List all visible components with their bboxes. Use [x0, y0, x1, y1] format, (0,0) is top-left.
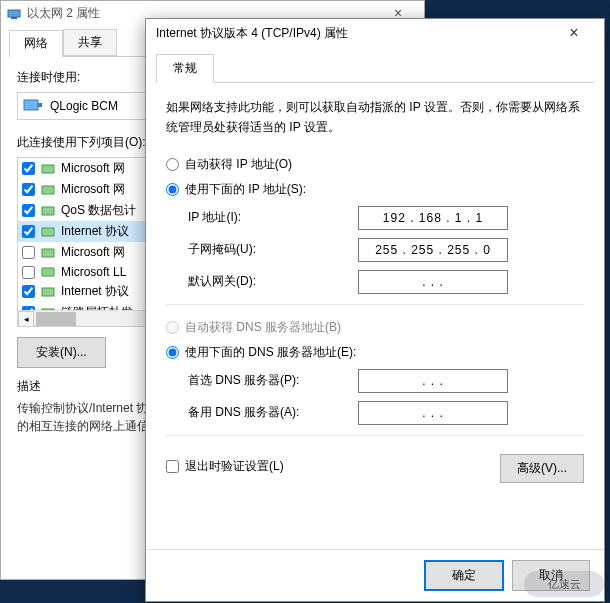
radio-auto-ip-label: 自动获得 IP 地址(O)	[185, 156, 292, 173]
scroll-thumb[interactable]	[36, 312, 76, 326]
protocol-icon	[41, 225, 55, 239]
radio-static-dns-label: 使用下面的 DNS 服务器地址(E):	[185, 344, 356, 361]
protocol-label: Microsoft 网	[61, 244, 125, 261]
tab-network[interactable]: 网络	[9, 30, 63, 57]
back-title-text: 以太网 2 属性	[27, 5, 100, 22]
protocol-label: Internet 协议	[61, 223, 129, 240]
subnet-mask-label: 子网掩码(U):	[188, 241, 358, 258]
install-button[interactable]: 安装(N)...	[17, 337, 106, 368]
ethernet-icon	[7, 6, 21, 20]
validate-on-exit[interactable]: 退出时验证设置(L)	[166, 458, 284, 475]
ipv4-properties-window: Internet 协议版本 4 (TCP/IPv4) 属性 × 常规 如果网络支…	[145, 18, 605, 602]
front-title-text: Internet 协议版本 4 (TCP/IPv4) 属性	[156, 25, 348, 42]
protocol-checkbox[interactable]	[22, 246, 35, 259]
protocol-checkbox[interactable]	[22, 285, 35, 298]
dns2-label: 备用 DNS 服务器(A):	[188, 404, 358, 421]
watermark: 亿速云	[524, 571, 604, 597]
dns1-input[interactable]: . . .	[358, 369, 508, 393]
ok-button[interactable]: 确定	[424, 560, 504, 591]
svg-rect-6	[42, 207, 54, 215]
svg-rect-5	[42, 186, 54, 194]
ip-address-label: IP 地址(I):	[188, 209, 358, 226]
tab-general[interactable]: 常规	[156, 54, 214, 83]
adapter-name: QLogic BCM	[50, 99, 118, 113]
svg-rect-10	[42, 288, 54, 296]
protocol-label: Internet 协议	[61, 283, 129, 300]
intro-text: 如果网络支持此功能，则可以获取自动指派的 IP 设置。否则，你需要从网络系统管理…	[166, 97, 584, 138]
radio-static-ip-label: 使用下面的 IP 地址(S):	[185, 181, 306, 198]
svg-rect-9	[42, 268, 54, 276]
protocol-checkbox[interactable]	[22, 162, 35, 175]
tab-sharing[interactable]: 共享	[63, 29, 117, 56]
nic-icon	[22, 97, 44, 115]
protocol-label: Microsoft 网	[61, 160, 125, 177]
svg-rect-0	[8, 10, 20, 17]
svg-rect-4	[42, 165, 54, 173]
advanced-button[interactable]: 高级(V)...	[500, 454, 584, 483]
validate-on-exit-label: 退出时验证设置(L)	[185, 458, 284, 475]
radio-static-dns-input[interactable]	[166, 346, 179, 359]
validate-on-exit-checkbox[interactable]	[166, 460, 179, 473]
radio-auto-dns: 自动获得 DNS 服务器地址(B)	[166, 319, 584, 336]
dns2-input[interactable]: . . .	[358, 401, 508, 425]
protocol-icon	[41, 265, 55, 279]
protocol-checkbox[interactable]	[22, 266, 35, 279]
protocol-icon	[41, 246, 55, 260]
protocol-label: QoS 数据包计	[61, 202, 136, 219]
protocol-checkbox[interactable]	[22, 183, 35, 196]
front-close-button[interactable]: ×	[554, 24, 594, 42]
svg-rect-1	[11, 17, 17, 19]
gateway-label: 默认网关(D):	[188, 273, 358, 290]
protocol-icon	[41, 183, 55, 197]
protocol-icon	[41, 285, 55, 299]
radio-static-dns[interactable]: 使用下面的 DNS 服务器地址(E):	[166, 344, 584, 361]
svg-rect-3	[38, 103, 42, 107]
protocol-label: Microsoft 网	[61, 181, 125, 198]
protocol-checkbox[interactable]	[22, 204, 35, 217]
ip-address-input[interactable]: 192 . 168 . 1 . 1	[358, 206, 508, 230]
svg-rect-2	[24, 100, 38, 110]
front-titlebar: Internet 协议版本 4 (TCP/IPv4) 属性 ×	[146, 19, 604, 47]
radio-auto-ip[interactable]: 自动获得 IP 地址(O)	[166, 156, 584, 173]
svg-rect-8	[42, 249, 54, 257]
radio-auto-dns-label: 自动获得 DNS 服务器地址(B)	[185, 319, 341, 336]
gateway-input[interactable]: . . .	[358, 270, 508, 294]
subnet-mask-input[interactable]: 255 . 255 . 255 . 0	[358, 238, 508, 262]
svg-rect-7	[42, 228, 54, 236]
protocol-icon	[41, 162, 55, 176]
radio-static-ip-input[interactable]	[166, 183, 179, 196]
protocol-icon	[41, 204, 55, 218]
dns1-label: 首选 DNS 服务器(P):	[188, 372, 358, 389]
protocol-label: Microsoft LL	[61, 265, 126, 279]
radio-static-ip[interactable]: 使用下面的 IP 地址(S):	[166, 181, 584, 198]
radio-auto-dns-input	[166, 321, 179, 334]
front-tabs: 常规	[156, 53, 594, 83]
protocol-checkbox[interactable]	[22, 225, 35, 238]
scroll-left-arrow[interactable]: ◂	[18, 311, 34, 327]
radio-auto-ip-input[interactable]	[166, 158, 179, 171]
